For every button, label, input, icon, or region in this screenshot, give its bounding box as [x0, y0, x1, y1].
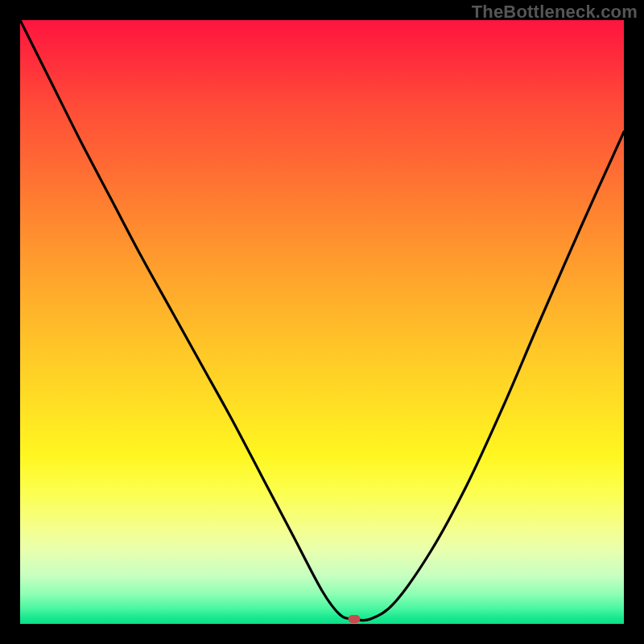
- watermark-text: TheBottleneck.com: [472, 2, 638, 23]
- bottleneck-curve: [20, 20, 624, 624]
- optimal-point-marker: [348, 615, 360, 623]
- plot-area: [20, 20, 624, 624]
- chart-frame: TheBottleneck.com: [0, 0, 644, 644]
